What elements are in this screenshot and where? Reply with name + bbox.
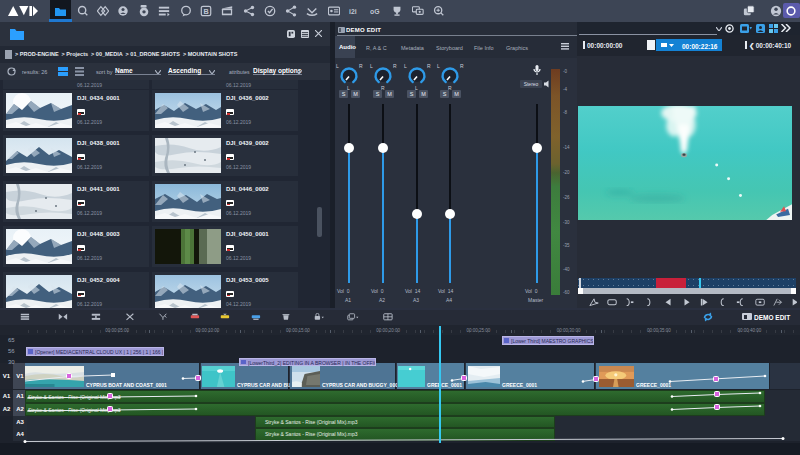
svg-text:i2i: i2i — [349, 8, 357, 15]
svg-text:B: B — [203, 7, 208, 16]
svg-text:oG: oG — [370, 8, 380, 15]
